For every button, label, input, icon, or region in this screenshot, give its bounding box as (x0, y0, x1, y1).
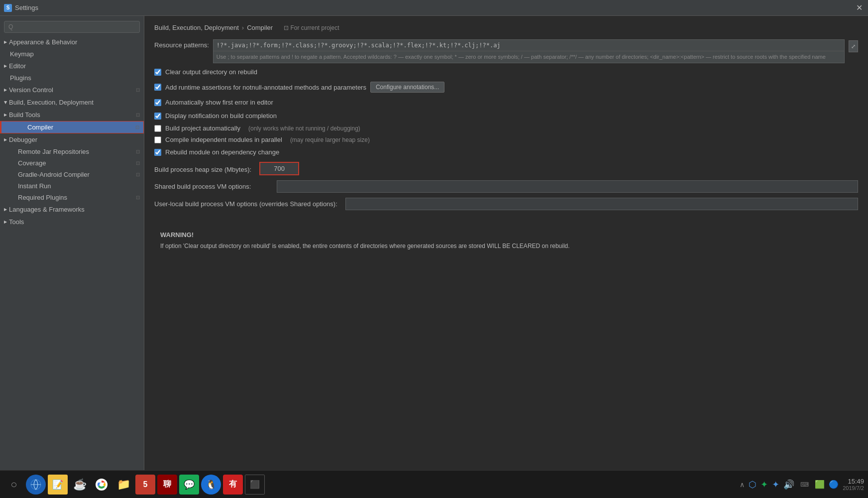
add-runtime-checkbox[interactable] (154, 84, 161, 91)
sidebar-item-gradle-android[interactable]: Gradle-Android Compiler ⊡ (0, 169, 144, 180)
taskbar-network-icon: ⬡ (749, 479, 757, 490)
resource-patterns-input[interactable] (214, 40, 844, 51)
sidebar-label-languages: Languages & Frameworks (9, 206, 85, 213)
sidebar-label-coverage: Coverage (18, 159, 46, 167)
expand-arrow-build: ▶ (3, 101, 8, 104)
main-container: ▶ Appearance & Behavior Keymap ▶ Editor … (0, 16, 868, 470)
taskbar-antivirus-icon: ✦ (760, 479, 768, 490)
compile-parallel-checkbox[interactable] (154, 136, 161, 143)
taskbar-icon-chrome[interactable] (92, 475, 111, 495)
sidebar-label-compiler: Compiler (27, 124, 53, 131)
rebuild-module-row: Rebuild module on dependency change (154, 147, 858, 157)
heap-size-input[interactable] (259, 162, 299, 175)
sidebar-item-debugger[interactable]: ▶ Debugger (0, 133, 144, 146)
taskbar-icon-app5[interactable]: 5 (135, 475, 155, 495)
expand-arrow-languages: ▶ (4, 207, 7, 212)
taskbar-icon-folder[interactable]: 📁 (113, 475, 133, 495)
resource-input-container: Use ; to separate patterns and ! to nega… (213, 39, 845, 63)
sidebar-item-remote-jar[interactable]: Remote Jar Repositories ⊡ (0, 146, 144, 157)
sidebar-item-compiler[interactable]: Compiler ⊡ (0, 121, 144, 133)
sidebar-item-plugins[interactable]: Plugins (0, 72, 144, 84)
taskbar-icon-sticky[interactable]: 📝 (48, 475, 68, 495)
resource-patterns-row: Resource patterns: Use ; to separate pat… (154, 39, 858, 63)
heap-size-row: Build process heap size (Mbytes): (154, 162, 858, 175)
build-auto-label: Build project automatically (165, 124, 240, 132)
rebuild-module-checkbox[interactable] (154, 149, 161, 156)
taskbar-right: ∧ ⬡ ✦ ✦ 🔊 ⌨ 🟩 🔵 15:49 2019/7/2 (740, 478, 864, 491)
clear-output-checkbox[interactable] (154, 69, 161, 76)
clock-time: 15:49 (843, 478, 864, 485)
search-input[interactable] (4, 21, 140, 33)
taskbar-icon-app6[interactable]: 聊 (157, 475, 177, 495)
title-bar: S Settings ✕ (0, 0, 868, 16)
auto-show-error-row: Automatically show first error in editor (154, 98, 858, 107)
resource-patterns-label: Resource patterns: (154, 39, 209, 49)
shared-vm-input[interactable] (277, 180, 858, 193)
copy-icon-remote-jar: ⊡ (136, 149, 140, 154)
taskbar-green-icon2: 🔵 (829, 480, 839, 489)
resource-hint: Use ; to separate patterns and ! to nega… (214, 51, 844, 63)
taskbar-icon-wechat[interactable]: 💬 (179, 475, 199, 495)
sidebar: ▶ Appearance & Behavior Keymap ▶ Editor … (0, 16, 144, 470)
sidebar-item-instant-run[interactable]: Instant Run (0, 180, 144, 192)
sidebar-item-editor[interactable]: ▶ Editor (0, 60, 144, 72)
user-vm-input[interactable] (345, 198, 858, 210)
taskbar-icon-ide[interactable]: ⬛ (245, 475, 265, 495)
breadcrumb-current: Compiler (247, 24, 273, 31)
auto-show-error-checkbox[interactable] (154, 99, 161, 106)
sidebar-item-appearance[interactable]: ▶ Appearance & Behavior (0, 36, 144, 48)
build-auto-checkbox[interactable] (154, 125, 161, 132)
sidebar-item-keymap[interactable]: Keymap (0, 48, 144, 60)
taskbar-icon-java[interactable]: ☕ (70, 475, 90, 495)
taskbar-icon-app8[interactable]: 有 (223, 475, 243, 495)
expand-resource-button[interactable]: ⤢ (849, 40, 858, 52)
sidebar-label-debugger: Debugger (9, 136, 37, 143)
expand-arrow-vc: ▶ (4, 88, 7, 92)
breadcrumb-project: ⊡ For current project (284, 24, 339, 31)
taskbar-clock: 15:49 2019/7/2 (843, 478, 864, 491)
display-notification-label: Display notification on build completion (165, 112, 277, 120)
compile-parallel-label: Compile independent modules in parallel (165, 136, 282, 143)
heap-size-label: Build process heap size (Mbytes): (154, 164, 251, 173)
sidebar-label-gradle-android: Gradle-Android Compiler (18, 171, 90, 178)
sidebar-item-tools[interactable]: ▶ Tools (0, 216, 144, 228)
taskbar-icon-browser[interactable] (26, 475, 46, 495)
build-auto-row: Build project automatically (only works … (154, 124, 858, 132)
window-title: Settings (15, 4, 38, 11)
expand-arrow-debugger: ▶ (4, 137, 7, 142)
breadcrumb-separator: › (242, 24, 244, 31)
compile-parallel-note: (may require larger heap size) (290, 136, 370, 143)
user-vm-row: User-local build process VM options (ove… (154, 198, 858, 210)
clear-output-label: Clear output directory on rebuild (165, 68, 257, 76)
build-auto-note: (only works while not running / debuggin… (248, 125, 360, 132)
shared-vm-row: Shared build process VM options: (154, 180, 858, 193)
sidebar-label-instant-run: Instant Run (18, 182, 51, 190)
user-vm-label: User-local build process VM options (ove… (154, 200, 337, 208)
warning-title: WARNING! (160, 231, 852, 239)
taskbar-star-icon: ✦ (772, 479, 779, 490)
close-button[interactable]: ✕ (854, 3, 864, 13)
taskbar: ○ 📝 ☕ 📁 5 聊 💬 🐧 有 ⬛ ∧ ⬡ ✦ ✦ 🔊 ⌨ 🟩 🔵 15:4… (0, 470, 868, 498)
clear-output-row: Clear output directory on rebuild (154, 67, 858, 77)
taskbar-volume-icon: 🔊 (783, 479, 794, 490)
sidebar-item-required-plugins[interactable]: Required Plugins ⊡ (0, 192, 144, 203)
sidebar-item-version-control[interactable]: ▶ Version Control ⊡ (0, 84, 144, 96)
expand-arrow-build-tools: ▶ (4, 113, 7, 117)
display-notification-checkbox[interactable] (154, 113, 161, 120)
taskbar-icon-qq[interactable]: 🐧 (201, 475, 221, 495)
sidebar-item-languages[interactable]: ▶ Languages & Frameworks (0, 203, 144, 216)
add-runtime-row: Add runtime assertions for notnull-annot… (154, 81, 858, 94)
sidebar-label-remote-jar: Remote Jar Repositories (18, 148, 89, 155)
auto-show-error-label: Automatically show first error in editor (165, 99, 273, 106)
configure-annotations-button[interactable]: Configure annotations... (370, 82, 444, 93)
copy-icon-compiler: ⊡ (135, 124, 139, 130)
sidebar-item-coverage[interactable]: Coverage ⊡ (0, 157, 144, 169)
app-icon: S (4, 4, 12, 12)
copy-icon-coverage: ⊡ (136, 160, 140, 166)
taskbar-icon-circle[interactable]: ○ (4, 475, 24, 495)
sidebar-item-build-tools[interactable]: ▶ Build Tools ⊡ (0, 109, 144, 121)
sidebar-item-build-exec[interactable]: ▶ Build, Execution, Deployment (0, 96, 144, 109)
display-notification-row: Display notification on build completion (154, 111, 858, 121)
rebuild-module-label: Rebuild module on dependency change (165, 148, 279, 156)
sidebar-label-plugins: Plugins (10, 74, 31, 82)
